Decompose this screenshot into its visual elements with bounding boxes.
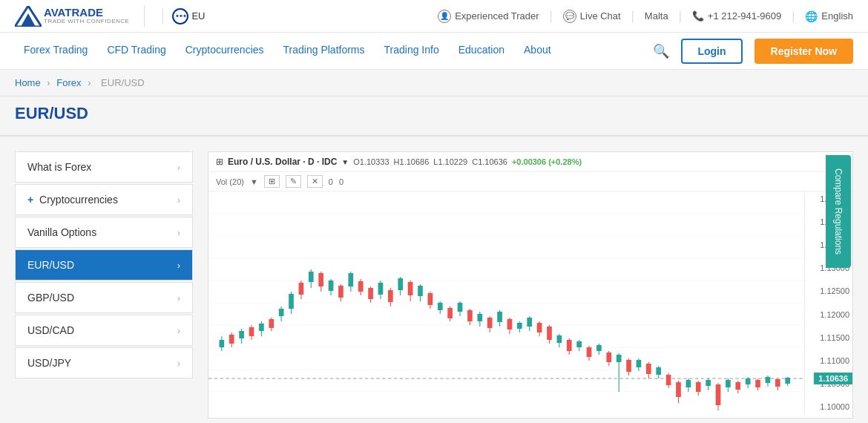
svg-rect-97 [637, 360, 642, 367]
nav-trading-platforms[interactable]: Trading Platforms [274, 33, 374, 70]
svg-rect-67 [487, 318, 493, 328]
svg-rect-61 [458, 303, 463, 312]
search-button[interactable]: 🔍 [653, 43, 669, 59]
chart-header: ⊞ Euro / U.S. Dollar · D · IDC ▼ O1.1033… [208, 152, 852, 172]
breadcrumb-home[interactable]: Home [15, 77, 41, 88]
svg-rect-113 [716, 384, 721, 405]
svg-rect-59 [447, 308, 453, 318]
svg-rect-13 [219, 340, 224, 347]
svg-rect-101 [656, 367, 661, 375]
y-label-8: 1.11000 [808, 356, 849, 365]
register-button[interactable]: Register Now [754, 39, 853, 64]
chart-open: O1.10333 [353, 157, 389, 166]
toolbar-icon-1[interactable]: ⊞ [264, 175, 280, 188]
divider-1: | [550, 10, 553, 23]
toolbar-icon-3[interactable]: ✕ [307, 175, 323, 188]
sidebar-item-cryptocurrencies[interactable]: + Cryptocurrencies › [15, 184, 193, 215]
svg-rect-79 [547, 327, 552, 340]
vol-label: Vol (20) [216, 177, 244, 186]
current-price-label: 1.10636 [814, 373, 852, 384]
svg-rect-85 [576, 341, 582, 347]
chart-high: H1.10686 [394, 157, 430, 166]
svg-rect-63 [467, 310, 473, 321]
main-content: What is Forex › + Cryptocurrencies › Van… [0, 137, 868, 423]
breadcrumb-forex[interactable]: Forex [56, 77, 81, 88]
sidebar-item-vanilla-options[interactable]: Vanilla Options › [15, 217, 193, 248]
toolbar-icon-2[interactable]: ✎ [286, 175, 301, 188]
svg-rect-111 [706, 380, 711, 386]
chart-toolbar: Vol (20) ▼ ⊞ ✎ ✕ 0 0 [208, 172, 852, 191]
svg-rect-105 [676, 382, 681, 397]
svg-rect-41 [358, 281, 364, 292]
svg-rect-55 [428, 293, 433, 305]
svg-rect-109 [696, 382, 701, 392]
language-selector[interactable]: 🌐 English [805, 10, 853, 22]
svg-rect-121 [755, 380, 760, 387]
login-button[interactable]: Login [681, 39, 742, 64]
sidebar-label-forex: What is Forex [27, 161, 91, 173]
top-bar-left: AVATRADE TRADE WITH CONFIDENCE ✦✦✦ EU [15, 5, 205, 27]
live-chat[interactable]: 💬 Live Chat [563, 10, 621, 23]
sidebar-item-eurusd[interactable]: EUR/USD › [15, 249, 193, 281]
top-bar: AVATRADE TRADE WITH CONFIDENCE ✦✦✦ EU 👤 … [0, 0, 868, 33]
toolbar-vol-val: 0 [329, 177, 333, 186]
logo[interactable]: AVATRADE TRADE WITH CONFIDENCE [15, 6, 129, 27]
chart-symbol: Euro / U.S. Dollar · D · IDC [228, 157, 337, 167]
svg-rect-95 [626, 360, 631, 372]
chart-expand-icon[interactable]: ⊞ [216, 157, 223, 167]
svg-rect-51 [408, 282, 413, 295]
chart-dropdown-icon[interactable]: ▼ [341, 158, 349, 166]
nav-education[interactable]: Education [450, 33, 513, 70]
trader-type[interactable]: 👤 Experienced Trader [438, 10, 539, 23]
nav-trading-info[interactable]: Trading Info [375, 33, 448, 70]
region: Malta [645, 10, 668, 22]
sidebar-item-usdcad[interactable]: USD/CAD › [15, 315, 193, 346]
svg-rect-87 [587, 347, 592, 357]
compare-regulations-tab[interactable]: Compare Regulations [826, 155, 851, 268]
candlestick-svg [208, 191, 804, 414]
breadcrumb-current: EUR/USD [101, 77, 145, 88]
svg-rect-37 [338, 286, 343, 298]
phone[interactable]: 📞 +1 212-941-9609 [692, 10, 781, 22]
breadcrumb-sep1: › [47, 77, 53, 88]
svg-rect-43 [368, 288, 373, 299]
svg-rect-29 [299, 283, 304, 295]
chart-ohlc: O1.10333 H1.10686 L1.10229 C1.10636 +0.0… [353, 157, 582, 166]
plus-icon: + [27, 194, 33, 206]
svg-rect-57 [438, 303, 443, 310]
nav-cryptocurrencies[interactable]: Cryptocurrencies [177, 33, 273, 70]
chart-area: ⊞ Euro / U.S. Dollar · D · IDC ▼ O1.1033… [208, 151, 853, 419]
chart-change: +0.00306 (+0.28%) [512, 157, 582, 166]
nav-forex-trading[interactable]: Forex Trading [15, 33, 96, 70]
sidebar-item-usdjpy[interactable]: USD/JPY › [15, 347, 193, 378]
person-icon: 👤 [438, 10, 451, 23]
svg-rect-27 [289, 294, 294, 309]
sidebar-item-what-is-forex[interactable]: What is Forex › [15, 151, 193, 183]
eu-circle-icon: ✦✦✦ [172, 8, 188, 24]
sidebar-item-gbpusd[interactable]: GBP/USD › [15, 282, 193, 313]
eu-badge[interactable]: ✦✦✦ EU [162, 8, 205, 24]
svg-rect-31 [309, 272, 314, 282]
globe-icon: 🌐 [805, 10, 818, 22]
nav-cfd-trading[interactable]: CFD Trading [98, 33, 174, 70]
svg-rect-93 [617, 355, 622, 362]
chevron-icon-6: › [177, 325, 180, 336]
svg-rect-91 [606, 352, 611, 362]
y-label-10: 1.10000 [808, 402, 849, 411]
svg-rect-15 [229, 335, 234, 344]
chevron-icon-4: › [177, 260, 180, 271]
candles-group [219, 269, 790, 410]
chart-close: C1.10636 [472, 157, 507, 166]
nav-about[interactable]: About [515, 33, 560, 70]
vol-dropdown-icon[interactable]: ▼ [250, 177, 258, 186]
toolbar-vol-val2: 0 [339, 177, 343, 186]
breadcrumb: Home › Forex › EUR/USD [0, 70, 868, 96]
chat-icon: 💬 [563, 10, 576, 23]
breadcrumb-sep2: › [88, 77, 93, 88]
svg-rect-53 [418, 286, 423, 296]
y-label-5: 1.12500 [808, 286, 849, 295]
svg-rect-83 [567, 340, 572, 351]
chevron-icon: › [177, 162, 180, 173]
svg-rect-39 [348, 273, 353, 286]
sidebar-label-usdcad: USD/CAD [27, 324, 74, 336]
